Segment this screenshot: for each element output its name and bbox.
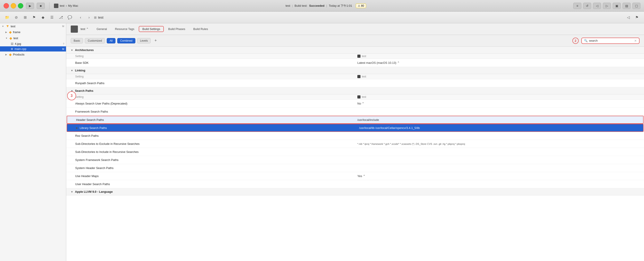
table-row[interactable]: Use Header Maps Yes ⌃: [66, 172, 644, 180]
chevron-icon: ›: [66, 4, 67, 8]
minimize-button[interactable]: [11, 3, 16, 8]
table-row[interactable]: Rez Search Paths: [66, 132, 644, 140]
filter-basic-button[interactable]: Basic: [71, 38, 83, 44]
filter-all-button[interactable]: All: [107, 38, 116, 44]
badge: M: [62, 25, 64, 28]
table-row[interactable]: Runpath Search Paths: [66, 79, 644, 87]
build-label: Build test:: [294, 4, 307, 8]
maximize-button[interactable]: [18, 3, 23, 8]
section-disclosure-icon[interactable]: ▼: [71, 49, 73, 52]
section-disclosure-icon[interactable]: ▼: [71, 190, 73, 193]
table-row[interactable]: Framework Search Paths: [66, 108, 644, 116]
close-button[interactable]: [4, 3, 9, 8]
col-headers-search: Setting test: [66, 94, 644, 100]
tab-build-phases[interactable]: Build Phases: [165, 26, 189, 32]
target-col-icon: [357, 95, 360, 98]
filter-customized-button[interactable]: Customized: [85, 38, 105, 44]
sidebar-item-4jpg[interactable]: 🖼 4.jpg ?: [0, 41, 66, 46]
row-name: Sub-Directories to Exclude in Recursive …: [75, 142, 357, 146]
inspector-toggle[interactable]: ◁: [625, 14, 632, 21]
table-row[interactable]: User Header Search Paths: [66, 180, 644, 188]
list-icon[interactable]: ☰: [48, 14, 56, 21]
sidebar-item-test-group[interactable]: ▼ ◆ test: [0, 35, 66, 41]
add-setting-button[interactable]: +: [152, 38, 159, 44]
split-view-button[interactable]: ▣: [613, 3, 621, 9]
table-row-header-search-paths[interactable]: Header Search Paths /usr/local/include: [67, 116, 644, 124]
clear-search-button[interactable]: ✕: [634, 39, 637, 42]
col-value-label: test: [357, 95, 640, 98]
row-name: Sub-Directories to Include in Recursive …: [75, 150, 357, 154]
section-linking: ▼ Linking: [66, 67, 644, 74]
section-architectures: ▼ Architectures: [66, 46, 644, 54]
target-col-icon: [357, 54, 360, 58]
build-status: test | Build test: Succeeded | Today at …: [286, 4, 352, 8]
row-value: /usr/local/include: [357, 118, 639, 122]
titlebar: ▶ ■ test › My Mac test | Build test: Suc…: [0, 0, 644, 12]
refresh-button[interactable]: ↺: [583, 3, 591, 9]
single-view-button[interactable]: ▢: [632, 3, 640, 9]
comment-icon[interactable]: 💬: [66, 14, 74, 21]
filter-levels-button[interactable]: Levels: [137, 38, 151, 44]
row-name: System Header Search Paths: [75, 166, 357, 170]
tab-general[interactable]: General: [93, 26, 110, 32]
table-row[interactable]: Base SDK Latest macOS (macOS 10.13) ⌃: [66, 59, 644, 67]
link-icon[interactable]: ⎇: [57, 14, 64, 21]
table-row-library-search-paths[interactable]: ▶ Library Search Paths /usr/local/lib /u…: [67, 124, 644, 132]
folder-icon[interactable]: 📁: [4, 14, 11, 21]
run-button[interactable]: ▶: [26, 3, 34, 9]
target-settings-label: test ⌃: [80, 27, 88, 31]
breadcrumb-project-icon: ⊞: [94, 16, 97, 19]
warning-list-icon[interactable]: ⚑: [633, 14, 640, 21]
nav-fwd-icon[interactable]: ›: [86, 14, 93, 21]
separator: |: [326, 4, 327, 8]
tab-resource-tags[interactable]: Resource Tags: [112, 26, 138, 32]
col-value-label: test: [357, 75, 640, 78]
warning-badge[interactable]: ⚠ 80: [356, 4, 366, 8]
folder-icon: ◆: [10, 36, 12, 40]
tab-build-settings[interactable]: Build Settings: [139, 26, 164, 32]
section-disclosure-icon[interactable]: ▼: [71, 69, 73, 72]
warning-count: 80: [361, 4, 364, 8]
sidebar-item-maincpp[interactable]: ⚙ main.cpp M: [0, 46, 66, 52]
warning-icon[interactable]: ⚑: [30, 14, 38, 21]
col-headers-linking: Setting test: [66, 74, 644, 79]
annotation-3: 3: [67, 91, 76, 100]
lines-view-button[interactable]: ≡: [573, 3, 581, 9]
sidebar-item-test-root[interactable]: ▼ ▼ test M: [0, 23, 66, 29]
main-layout: ▼ ▼ test M ▶ ◆ frame ▼ ◆ test 🖼 4.jpg ? …: [0, 23, 644, 261]
nav-fwd-button[interactable]: ▷: [603, 3, 611, 9]
search-icon: 🔍: [584, 39, 588, 42]
stop-button[interactable]: ■: [37, 3, 45, 9]
table-row[interactable]: Sub-Directories to Include in Recursive …: [66, 148, 644, 156]
section-label: Linking: [75, 69, 85, 72]
tab-build-rules[interactable]: Build Rules: [190, 26, 212, 32]
search-input[interactable]: [589, 39, 633, 42]
row-name: System Framework Search Paths: [75, 158, 357, 162]
stack-view-button[interactable]: ▤: [622, 3, 630, 9]
table-row[interactable]: System Header Search Paths: [66, 164, 644, 172]
warning-icon: ⚠: [358, 4, 360, 8]
row-name: Header Search Paths: [76, 118, 357, 122]
nav-back-button[interactable]: ◁: [593, 3, 601, 9]
row-name: Always Search User Paths (Deprecated): [75, 102, 357, 105]
section-apple-llvm: ▼ Apple LLVM 9.0 - Language: [66, 188, 644, 196]
row-name: Runpath Search Paths: [75, 82, 357, 85]
sidebar-item-frame[interactable]: ▶ ◆ frame: [0, 29, 66, 35]
filter-combined-button[interactable]: Combined: [117, 38, 136, 44]
disclosure-icon[interactable]: ▶: [76, 126, 78, 130]
table-row[interactable]: Always Search User Paths (Deprecated) No…: [66, 100, 644, 108]
search-box[interactable]: 🔍 ✕: [581, 38, 640, 44]
sidebar-item-label: 4.jpg: [15, 42, 21, 46]
sidebar-item-products[interactable]: ▶ ◆ Products: [0, 52, 66, 58]
nav-back-icon[interactable]: ‹: [77, 14, 84, 21]
stop-icon[interactable]: ⊘: [12, 14, 20, 21]
row-value: No ⌃: [357, 102, 640, 105]
table-row[interactable]: Sub-Directories to Exclude in Recursive …: [66, 140, 644, 148]
target-selector[interactable]: test › My Mac: [54, 4, 78, 8]
table-row[interactable]: System Framework Search Paths: [66, 156, 644, 164]
folder-icon: ◆: [9, 30, 12, 34]
diamond-icon[interactable]: ◆: [40, 14, 46, 21]
search-area: 2 🔍 ✕: [572, 38, 640, 44]
target-icon: [54, 4, 58, 8]
grid-icon[interactable]: ⊞: [22, 14, 29, 21]
